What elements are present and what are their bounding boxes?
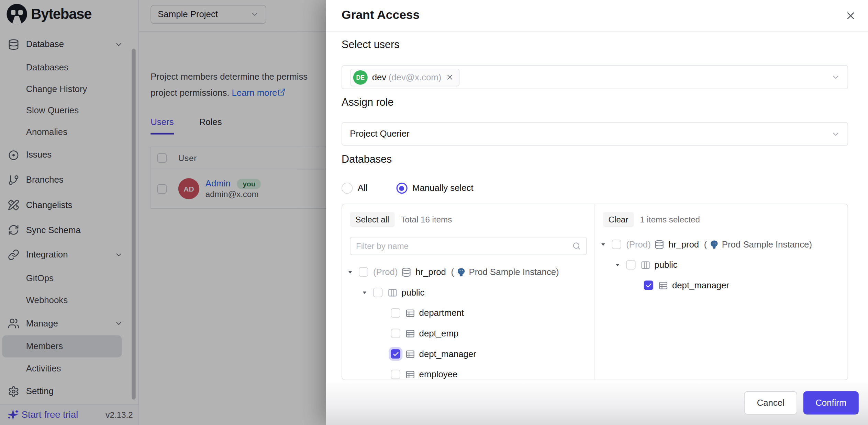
schema-icon — [641, 260, 650, 270]
table-icon — [658, 280, 668, 290]
env-label: (Prod) — [373, 267, 398, 277]
checkbox[interactable] — [373, 288, 382, 297]
tree-row-table-selected[interactable]: dept_manager — [595, 275, 848, 296]
selected-panel: Clear 1 items selected (Prod) hr_prod ( … — [595, 204, 848, 380]
modal-footer: Cancel Confirm — [326, 382, 868, 425]
tree-row-instance[interactable]: (Prod) hr_prod ( Prod Sample Instance) — [595, 234, 848, 255]
table-icon — [405, 369, 415, 379]
role-value: Project Querier — [350, 129, 409, 139]
tree-item-name: dept_manager — [419, 349, 476, 359]
tree-item-name: dept_emp — [419, 329, 459, 338]
tree-row-table[interactable]: dept_emp — [342, 323, 595, 344]
instance-label: Prod Sample Instance) — [469, 267, 559, 277]
total-items-label: Total 16 items — [401, 215, 452, 224]
filter-field — [350, 237, 587, 255]
radio-all-label: All — [358, 183, 368, 193]
caret-down-icon[interactable] — [614, 261, 622, 268]
avatar: DE — [353, 70, 368, 84]
checkbox[interactable] — [391, 370, 400, 379]
schema-icon — [388, 287, 398, 297]
checkbox[interactable] — [391, 329, 400, 338]
modal-header: Grant Access — [326, 0, 868, 32]
source-panel: Select all Total 16 items (Prod) hr_prod… — [342, 204, 595, 380]
checkbox[interactable] — [391, 308, 400, 318]
tree-row-table[interactable]: department — [342, 303, 595, 323]
checkbox[interactable] — [612, 240, 621, 249]
instance-label: Prod Sample Instance) — [722, 239, 812, 249]
source-tree: (Prod) hr_prod ( Prod Sample Instance) p… — [342, 262, 595, 379]
tree-item-name: department — [419, 308, 464, 318]
grant-access-modal: Grant Access Select users DE dev (dev@x.… — [326, 0, 868, 425]
database-icon — [402, 267, 412, 277]
tree-item-name: hr_prod — [668, 239, 699, 249]
radio-manual-label: Manually select — [412, 183, 474, 193]
env-label: (Prod) — [626, 239, 651, 249]
chevron-down-icon — [831, 129, 840, 138]
chip-user-email: (dev@x.com) — [389, 72, 442, 82]
caret-down-icon[interactable] — [600, 241, 608, 248]
modal-title: Grant Access — [342, 8, 420, 22]
chevron-down-icon — [831, 72, 840, 82]
radio-manually-select[interactable]: Manually select — [396, 183, 473, 194]
close-icon — [845, 10, 857, 22]
selected-count-label: 1 items selected — [640, 215, 700, 224]
users-select[interactable]: DE dev (dev@x.com) — [342, 65, 848, 89]
cancel-button[interactable]: Cancel — [744, 391, 797, 415]
tree-item-name: hr_prod — [415, 267, 446, 277]
confirm-button[interactable]: Confirm — [803, 391, 859, 415]
radio-all[interactable]: All — [342, 183, 367, 194]
app: Bytebase Database Databases Change Histo… — [0, 0, 868, 425]
radio-circle[interactable] — [342, 183, 353, 194]
selected-panel-header: Clear 1 items selected — [603, 211, 840, 228]
tree-item-name: public — [654, 260, 677, 270]
tree-row-table[interactable]: employee — [342, 364, 595, 380]
close-button[interactable] — [845, 10, 857, 22]
table-icon — [405, 329, 415, 338]
paren: ( — [451, 267, 454, 277]
database-scope-radios: All Manually select — [342, 183, 474, 194]
chip-user-name: dev — [372, 72, 387, 82]
table-icon — [405, 349, 415, 359]
search-icon — [572, 241, 581, 251]
user-chip: DE dev (dev@x.com) — [350, 68, 460, 86]
selected-tree: (Prod) hr_prod ( Prod Sample Instance) p… — [595, 234, 848, 296]
checkbox[interactable] — [626, 260, 635, 269]
caret-down-icon[interactable] — [347, 268, 355, 276]
postgres-icon — [456, 267, 466, 277]
caret-down-icon[interactable] — [361, 289, 369, 296]
source-panel-header: Select all Total 16 items — [350, 211, 587, 228]
table-icon — [405, 308, 415, 318]
paren: ( — [704, 239, 707, 249]
tree-row-table-selected[interactable]: dept_manager — [342, 344, 595, 364]
checkbox-checked[interactable] — [644, 280, 653, 290]
tree-item-name: employee — [419, 369, 458, 379]
role-select[interactable]: Project Querier — [342, 122, 848, 146]
tree-row-instance[interactable]: (Prod) hr_prod ( Prod Sample Instance) — [342, 262, 595, 282]
radio-circle-selected[interactable] — [396, 183, 407, 194]
checkbox-checked[interactable] — [391, 349, 400, 358]
postgres-icon — [709, 239, 719, 249]
databases-label: Databases — [342, 153, 392, 165]
tree-row-schema[interactable]: public — [595, 255, 848, 275]
clear-button[interactable]: Clear — [603, 212, 634, 227]
remove-user-icon[interactable] — [446, 73, 454, 81]
check-icon — [392, 351, 399, 357]
checkbox[interactable] — [359, 267, 368, 277]
select-all-button[interactable]: Select all — [350, 212, 394, 227]
database-transfer-panels: Select all Total 16 items (Prod) hr_prod… — [342, 204, 848, 380]
tree-item-name: public — [401, 287, 424, 297]
assign-role-label: Assign role — [342, 96, 393, 108]
check-icon — [645, 282, 652, 288]
tree-row-schema[interactable]: public — [342, 282, 595, 303]
database-icon — [655, 239, 665, 249]
filter-input[interactable] — [350, 237, 587, 255]
select-users-label: Select users — [342, 39, 399, 51]
tree-item-name: dept_manager — [672, 280, 729, 290]
